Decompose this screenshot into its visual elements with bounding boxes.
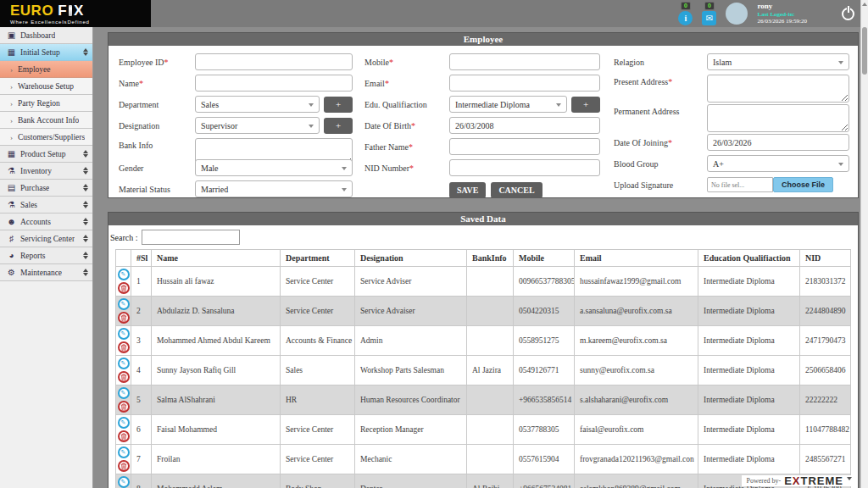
column-header: #Sl — [131, 250, 152, 267]
blood-group-select[interactable]: A+ — [707, 155, 849, 172]
search-input[interactable] — [142, 230, 240, 245]
cell-sl: 4 — [131, 356, 152, 385]
sidebar-item-bank-account-info[interactable]: ›Bank Account Info — [0, 112, 92, 129]
required-asterisk: * — [409, 164, 414, 173]
employee-id-field[interactable] — [195, 53, 353, 70]
sidebar-item-sales[interactable]: ⚗Sales — [0, 197, 92, 214]
edit-icon[interactable]: ✎ — [118, 446, 130, 458]
add-department-button[interactable]: + — [324, 97, 353, 113]
delete-icon[interactable] — [118, 401, 130, 413]
cell-designation: Reception Manager — [355, 415, 467, 445]
choose-file-button[interactable]: Choose File — [773, 177, 833, 192]
sidebar-item-label: Party Region — [18, 99, 60, 108]
sidebar-item-maintenance[interactable]: ⚙Maintenance — [0, 264, 92, 281]
chevron-right-icon: › — [10, 99, 13, 108]
delete-icon[interactable] — [118, 460, 130, 472]
sidebar-item-initial-setup[interactable]: ▦Initial Setup — [0, 44, 92, 61]
table-row: ✎5Salma AlShahraniHRHuman Resources Coor… — [116, 385, 851, 415]
designation-select[interactable]: Supervisor — [195, 117, 320, 134]
row-actions: ✎ — [116, 385, 131, 415]
marital-status-select[interactable]: Married — [195, 180, 353, 197]
sidebar-item-reports[interactable]: ◕Reports — [0, 247, 92, 264]
chevron-right-icon: › — [10, 116, 13, 125]
pie-chart-icon: ◕ — [6, 251, 17, 260]
sidebar-item-party-region[interactable]: ›Party Region — [0, 95, 92, 112]
edu-qualification-select[interactable]: Intermediate Diploma — [449, 96, 567, 113]
edit-icon[interactable]: ✎ — [118, 328, 130, 340]
sidebar-item-product-setup[interactable]: ▦Product Setup — [0, 146, 92, 163]
edit-icon[interactable]: ✎ — [118, 358, 130, 369]
column-header: BankInfo — [467, 250, 514, 267]
sidebar-item-inventory[interactable]: ⚗Inventory — [0, 163, 92, 180]
date-of-birth-field[interactable] — [449, 117, 600, 134]
expand-collapse-icon — [83, 269, 88, 276]
expand-collapse-icon — [83, 184, 88, 191]
father-name-field[interactable] — [449, 138, 600, 155]
date-of-joining-field[interactable] — [707, 134, 849, 151]
monitor-icon: ▣ — [6, 30, 17, 40]
column-header: Email — [575, 250, 698, 267]
sidebar-item-employee[interactable]: ›Employee — [0, 61, 92, 78]
sidebar-item-customers-suppliers[interactable]: ›Customers/Suppliers — [0, 129, 92, 146]
cell-nid: 2183031372 — [800, 267, 851, 297]
sidebar-item-warehouse-setup[interactable]: ›Warehouse Setup — [0, 78, 92, 95]
add-designation-button[interactable]: + — [324, 118, 353, 134]
delete-icon[interactable] — [118, 312, 130, 324]
sidebar: ▣Dashboard▦Initial Setup›Employee›Wareho… — [0, 27, 93, 488]
avatar[interactable] — [726, 3, 748, 25]
cell-email: hussainfawaz1999@gmail.com — [575, 267, 698, 297]
flask-icon: ⚗ — [6, 200, 17, 209]
power-icon[interactable] — [842, 8, 854, 20]
sidebar-item-servicing-center[interactable]: ♯Servicing Center — [0, 230, 92, 247]
cell-bank-info — [467, 326, 514, 356]
cell-nid: 2471790473 — [800, 326, 851, 356]
notification-icon[interactable]: i — [678, 11, 693, 25]
required-asterisk: * — [164, 58, 169, 67]
cell-bank-info — [467, 385, 514, 415]
religion-select[interactable]: Islam — [707, 53, 849, 70]
sidebar-item-dashboard[interactable]: ▣Dashboard — [0, 27, 92, 44]
row-actions: ✎ — [116, 267, 131, 297]
column-header: Mobile — [514, 250, 575, 267]
cell-email: s.alshaharani@eurofix.com — [575, 385, 698, 415]
cell-name: Salma AlShahrani — [152, 385, 281, 415]
gender-select[interactable]: Male — [195, 159, 353, 176]
cell-designation: Admin — [355, 326, 467, 356]
edit-icon[interactable]: ✎ — [118, 387, 130, 399]
delete-icon[interactable] — [118, 371, 130, 383]
edit-icon[interactable]: ✎ — [118, 269, 130, 280]
cell-email: aslamkhon869389@gmail.com — [575, 474, 698, 488]
cell-bank-info — [467, 415, 514, 445]
page-scrollbar[interactable] — [860, 0, 868, 488]
email-field[interactable] — [449, 75, 600, 92]
edit-icon[interactable]: ✎ — [118, 476, 130, 488]
sidebar-item-purchase[interactable]: ▤Purchase — [0, 180, 92, 197]
edit-icon[interactable]: ✎ — [118, 417, 130, 429]
edit-icon[interactable]: ✎ — [118, 298, 130, 310]
cell-designation: Service Adviser — [355, 267, 467, 297]
column-header: Designation — [355, 250, 467, 267]
add-qualification-button[interactable]: + — [571, 97, 600, 113]
powered-by: Powered by- EXTREME — [742, 475, 853, 486]
table-row: ✎7FroilanService CenterMechanic055761590… — [116, 445, 851, 474]
delete-icon[interactable] — [118, 430, 130, 442]
scroll-up-icon[interactable] — [862, 3, 867, 6]
delete-icon[interactable] — [118, 341, 130, 353]
cancel-button[interactable]: CANCEL — [491, 182, 542, 198]
permanent-address-field[interactable] — [707, 104, 849, 132]
mail-icon[interactable]: ✉ — [702, 11, 716, 25]
nid-number-field[interactable] — [449, 159, 600, 176]
delete-icon[interactable] — [118, 282, 130, 294]
save-button[interactable]: SAVE — [449, 182, 486, 198]
scrollbar-thumb[interactable] — [862, 27, 867, 75]
mobile-label: Mobile* — [364, 58, 449, 67]
sidebar-item-label: Customers/Suppliers — [18, 133, 85, 141]
table-row: ✎8Mohammedd AslemBody ShopDenterAl Rajhi… — [116, 474, 851, 488]
cell-sl: 2 — [131, 297, 152, 326]
department-select[interactable]: Sales — [195, 96, 320, 113]
present-address-field[interactable] — [707, 75, 849, 103]
mobile-field[interactable] — [449, 53, 600, 70]
cell-education: Intermediate Diploma — [698, 415, 800, 445]
sidebar-item-accounts[interactable]: ☻Accounts — [0, 214, 92, 230]
name-field[interactable] — [195, 75, 353, 92]
